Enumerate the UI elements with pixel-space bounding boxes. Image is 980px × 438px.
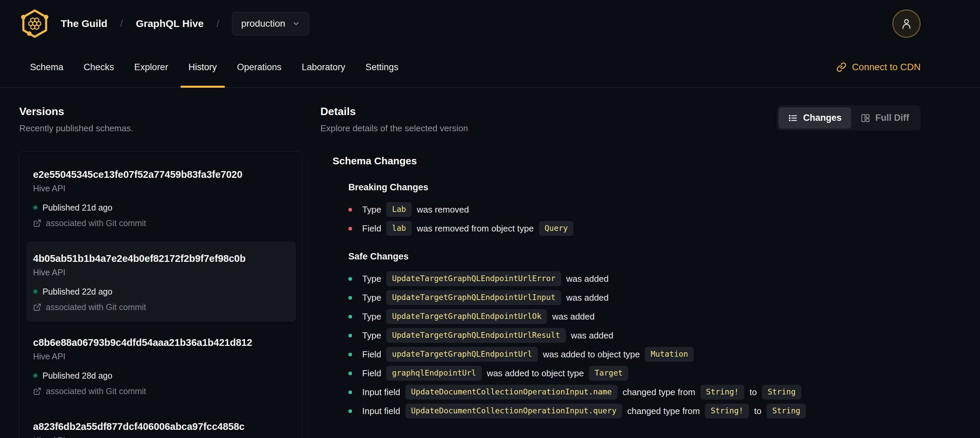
split-diff-icon: [861, 113, 870, 123]
breaking-changes-subsection: Breaking Changes TypeLabwas removedField…: [332, 182, 921, 238]
full-diff-view-label: Full Diff: [875, 113, 909, 123]
primary-tabbar: SchemaChecksExplorerHistoryOperationsLab…: [0, 47, 980, 88]
git-commit-link[interactable]: associated with Git commit: [33, 386, 289, 396]
version-card[interactable]: e2e55045345ce13fe07f52a77459b83fa3fe7020…: [26, 158, 296, 237]
change-text: was added: [566, 293, 609, 303]
git-commit-link[interactable]: associated with Git commit: [33, 218, 289, 228]
schema-changes-title: Schema Changes: [332, 155, 921, 167]
safe-change-item: TypeUpdateTargetGraphQLEndpointUrlErrorw…: [348, 269, 921, 288]
main-content: Versions Recently published schemas. e2e…: [0, 88, 980, 438]
version-status-label: Published 22d ago: [43, 287, 112, 296]
git-commit-link[interactable]: associated with Git commit: [33, 302, 289, 312]
external-link-icon: [33, 303, 41, 311]
change-text: Type: [362, 274, 381, 284]
change-text: was removed: [417, 204, 469, 215]
change-text: was added: [552, 311, 595, 322]
git-commit-label: associated with Git commit: [46, 302, 146, 312]
breadcrumb: The Guild / GraphQL Hive / production: [61, 12, 309, 35]
change-text: Type: [362, 204, 381, 215]
git-commit-label: associated with Git commit: [46, 386, 146, 396]
safe-bullet-icon: [348, 277, 352, 281]
breaking-changes-title: Breaking Changes: [348, 182, 921, 193]
version-card[interactable]: 4b05ab51b1b4a7e2e4b0ef82172f2b9f7ef98c0b…: [26, 242, 296, 322]
code-chip: String: [762, 385, 801, 399]
safe-bullet-icon: [348, 315, 352, 319]
tab-schema[interactable]: Schema: [20, 47, 73, 87]
version-hash: e2e55045345ce13fe07f52a77459b83fa3fe7020: [33, 168, 289, 180]
details-panel: Details Explore details of the selected …: [320, 105, 921, 438]
connect-cdn-link[interactable]: Connect to CDN: [836, 47, 921, 87]
change-text: Type: [362, 311, 381, 322]
breaking-bullet-icon: [348, 227, 352, 231]
version-card[interactable]: a823f6db2a55df877dcf406006abca97fcc4858c…: [26, 410, 296, 438]
tab-history[interactable]: History: [178, 47, 227, 87]
safe-change-item: TypeUpdateTargetGraphQLEndpointUrlResult…: [348, 326, 921, 345]
safe-bullet-icon: [348, 353, 352, 356]
target-selector-value: production: [241, 18, 285, 29]
connect-cdn-label: Connect to CDN: [852, 62, 921, 73]
code-chip: UpdateDocumentCollectionOperationInput.q…: [406, 404, 622, 418]
tab-laboratory[interactable]: Laboratory: [292, 47, 355, 87]
external-link-icon: [33, 219, 41, 228]
app-header: The Guild / GraphQL Hive / production: [0, 0, 980, 47]
change-text: changed type from: [622, 387, 695, 398]
tab-settings[interactable]: Settings: [355, 47, 409, 87]
code-chip: UpdateTargetGraphQLEndpointUrlResult: [386, 328, 566, 342]
target-selector[interactable]: production: [232, 12, 309, 35]
change-text: Input field: [362, 406, 400, 416]
versions-title: Versions: [19, 105, 303, 118]
change-text: Type: [362, 293, 381, 303]
safe-bullet-icon: [348, 296, 352, 299]
breaking-bullet-icon: [348, 208, 352, 212]
git-commit-label: associated with Git commit: [46, 218, 146, 228]
code-chip: updateTargetGraphQLEndpointUrl: [386, 347, 538, 362]
code-chip: Lab: [386, 202, 412, 217]
code-chip: String!: [705, 404, 749, 418]
changes-view-label: Changes: [803, 113, 842, 123]
change-text: was removed from object type: [417, 223, 534, 234]
published-dot-icon: [33, 205, 38, 210]
breadcrumb-separator: /: [120, 18, 123, 29]
tab-list: SchemaChecksExplorerHistoryOperationsLab…: [20, 47, 408, 87]
safe-change-item: FieldupdateTargetGraphQLEndpointUrlwas a…: [348, 345, 921, 364]
breadcrumb-project[interactable]: GraphQL Hive: [136, 18, 204, 29]
change-text: to: [754, 406, 762, 416]
version-card[interactable]: c8b6e88a06793b9c4dfd54aaa21b36a1b421d812…: [26, 326, 296, 406]
breadcrumb-org[interactable]: The Guild: [61, 18, 107, 29]
details-subtitle: Explore details of the selected version: [320, 123, 468, 134]
code-chip: UpdateDocumentCollectionOperationInput.n…: [406, 385, 617, 399]
details-title: Details: [320, 105, 468, 118]
schema-changes-section: Schema Changes Breaking Changes TypeLabw…: [320, 155, 921, 420]
hive-logo-icon[interactable]: [20, 9, 49, 38]
version-hash: a823f6db2a55df877dcf406006abca97fcc4858c: [33, 420, 289, 433]
code-chip: UpdateTargetGraphQLEndpointUrlOk: [386, 309, 547, 323]
code-chip: graphqlEndpointUrl: [386, 366, 482, 380]
safe-changes-title: Safe Changes: [348, 252, 921, 262]
safe-changes-subsection: Safe Changes TypeUpdateTargetGraphQLEndp…: [332, 252, 921, 420]
tab-checks[interactable]: Checks: [73, 47, 124, 87]
published-dot-icon: [33, 289, 38, 294]
version-service: Hive API: [33, 183, 289, 194]
breadcrumb-separator: /: [216, 18, 219, 29]
code-chip: Mutation: [645, 347, 694, 362]
safe-bullet-icon: [348, 409, 352, 413]
code-chip: String!: [700, 385, 745, 399]
version-status-label: Published 28d ago: [43, 371, 112, 381]
version-status-label: Published 21d ago: [43, 202, 112, 213]
changes-view-button[interactable]: Changes: [779, 107, 851, 129]
tab-explorer[interactable]: Explorer: [124, 47, 178, 87]
version-hash: c8b6e88a06793b9c4dfd54aaa21b36a1b421d812: [33, 336, 289, 349]
change-text: was added to object type: [543, 349, 640, 360]
list-icon: [788, 113, 797, 123]
user-menu-button[interactable]: [892, 10, 921, 38]
tab-operations[interactable]: Operations: [227, 47, 292, 87]
full-diff-view-button[interactable]: Full Diff: [851, 107, 919, 129]
safe-change-item: Input fieldUpdateDocumentCollectionOpera…: [348, 383, 921, 401]
change-text: changed type from: [627, 406, 700, 416]
view-toggle: Changes Full Diff: [776, 105, 921, 131]
safe-change-item: TypeUpdateTargetGraphQLEndpointUrlOkwas …: [348, 307, 921, 326]
code-chip: String: [767, 404, 806, 418]
user-icon: [900, 17, 913, 30]
change-text: Type: [362, 330, 381, 341]
safe-bullet-icon: [348, 390, 352, 394]
